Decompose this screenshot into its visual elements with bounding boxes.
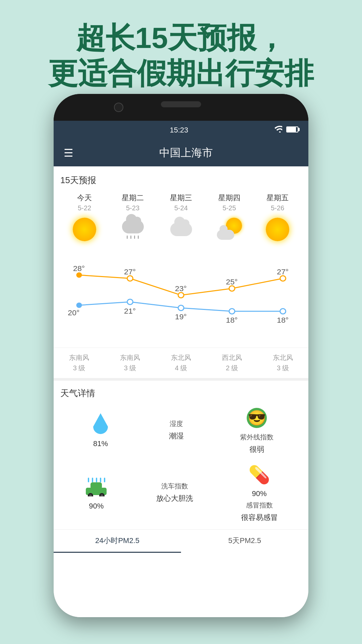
wind-col-2: 东北风 4 级 bbox=[156, 353, 206, 373]
water-drop-svg bbox=[92, 413, 109, 436]
day-date-4: 5-26 bbox=[271, 204, 284, 212]
svg-rect-24 bbox=[100, 478, 101, 482]
wind-col-4: 东北风 3 级 bbox=[257, 353, 308, 373]
details-row-2: 90% 洗车指数 放心大胆洗 💊 90% 感冒指数 很容易感冒 bbox=[60, 463, 302, 523]
svg-text:25°: 25° bbox=[226, 278, 238, 286]
day-name-2: 星期三 bbox=[170, 193, 192, 203]
svg-text:27°: 27° bbox=[277, 268, 289, 276]
sun-icon-4 bbox=[266, 218, 289, 241]
forecast-title: 15天预报 bbox=[60, 174, 302, 186]
bottom-tabs: 24小时PM2.5 5天PM2.5 bbox=[54, 529, 308, 553]
svg-text:19°: 19° bbox=[175, 313, 187, 321]
svg-point-13 bbox=[178, 305, 184, 311]
details-row-1: 81% 湿度 潮湿 紫外线指数 很弱 bbox=[60, 406, 302, 454]
humidity-icon bbox=[88, 413, 113, 437]
detail-humidity-text: 湿度 潮湿 bbox=[169, 419, 184, 441]
detail-uv: 紫外线指数 很弱 bbox=[240, 406, 274, 454]
weather-icon-4 bbox=[264, 216, 291, 243]
wind-dir-0: 东南风 bbox=[69, 353, 89, 362]
wind-dir-1: 东南风 bbox=[120, 353, 140, 362]
day-date-3: 5-25 bbox=[223, 204, 236, 212]
rain-icon-1 bbox=[122, 220, 144, 239]
carwash-svg bbox=[84, 478, 108, 496]
svg-rect-21 bbox=[88, 478, 89, 482]
wind-col-1: 东南风 3 级 bbox=[105, 353, 156, 373]
uv-icon bbox=[245, 406, 269, 430]
wind-level-3: 2 级 bbox=[226, 364, 238, 373]
svg-text:20°: 20° bbox=[68, 309, 79, 317]
wind-col-0: 东南风 3 级 bbox=[54, 353, 105, 373]
weather-icon-2 bbox=[168, 216, 194, 243]
day-date-1: 5-23 bbox=[126, 204, 139, 212]
header-title: 超长15天预报， 更适合假期出行安排 bbox=[13, 20, 349, 91]
svg-point-14 bbox=[229, 309, 235, 314]
humidity-sublabel: 潮湿 bbox=[169, 431, 184, 441]
carwash-sub: 放心大胆洗 bbox=[156, 493, 193, 503]
cold-icon-value: 90% bbox=[252, 489, 267, 498]
svg-rect-25 bbox=[104, 478, 105, 482]
wind-dir-3: 西北风 bbox=[222, 353, 242, 362]
app-bar-title: 中国上海市 bbox=[73, 146, 298, 160]
sun-icon-0 bbox=[73, 218, 96, 241]
day-col-0: 今天 5-22 bbox=[60, 193, 109, 243]
day-name-3: 星期四 bbox=[218, 193, 240, 203]
day-date-0: 5-22 bbox=[78, 204, 91, 212]
tab-24h-pm25[interactable]: 24小时PM2.5 bbox=[54, 530, 181, 553]
weather-section: 15天预报 今天 5-22 星期二 5-23 bbox=[54, 166, 308, 248]
status-time: 15:23 bbox=[84, 126, 274, 135]
carwash-value: 90% bbox=[89, 502, 104, 511]
wind-level-4: 3 级 bbox=[277, 364, 289, 373]
day-col-1: 星期二 5-23 bbox=[109, 193, 157, 243]
svg-point-0 bbox=[279, 131, 281, 133]
svg-point-1 bbox=[76, 272, 82, 278]
detail-cold: 💊 90% 感冒指数 很容易感冒 bbox=[241, 463, 278, 523]
humidity-label: 湿度 bbox=[170, 419, 183, 428]
phone-speaker bbox=[161, 101, 201, 107]
carwash-label: 洗车指数 bbox=[161, 482, 188, 491]
day-col-2: 星期三 5-24 bbox=[157, 193, 205, 243]
page-header: 超长15天预报， 更适合假期出行安排 bbox=[0, 0, 362, 104]
svg-point-4 bbox=[229, 286, 235, 291]
phone-camera bbox=[114, 103, 123, 112]
detail-carwash-text: 洗车指数 放心大胆洗 bbox=[156, 482, 193, 503]
day-col-4: 星期五 5-26 bbox=[253, 193, 302, 243]
temp-svg: 28° 27° 23° 25° 27° 20° 21° bbox=[54, 248, 308, 342]
cold-value: 很容易感冒 bbox=[241, 513, 278, 523]
wind-level-2: 4 级 bbox=[175, 364, 187, 373]
battery-icon bbox=[286, 126, 298, 135]
svg-text:27°: 27° bbox=[124, 268, 136, 276]
day-name-4: 星期五 bbox=[266, 193, 289, 203]
weather-icon-0 bbox=[71, 216, 98, 243]
wind-col-3: 西北风 2 级 bbox=[206, 353, 257, 373]
day-col-3: 星期四 5-25 bbox=[205, 193, 253, 243]
day-name-1: 星期二 bbox=[122, 193, 144, 203]
wind-level-0: 3 级 bbox=[73, 364, 85, 373]
svg-text:23°: 23° bbox=[175, 285, 187, 293]
status-bar: 15:23 bbox=[54, 121, 308, 140]
cloud-icon-2 bbox=[170, 223, 192, 236]
tab-5d-pm25[interactable]: 5天PM2.5 bbox=[181, 530, 308, 553]
wind-dir-2: 东北风 bbox=[171, 353, 191, 362]
menu-icon[interactable]: ☰ bbox=[64, 148, 73, 158]
uv-value: 很弱 bbox=[249, 444, 264, 454]
weather-icon-3 bbox=[216, 216, 243, 243]
cold-icon-wrap: 💊 bbox=[247, 463, 272, 487]
svg-point-5 bbox=[280, 276, 286, 281]
svg-text:21°: 21° bbox=[124, 307, 136, 315]
main-content: 15天预报 今天 5-22 星期二 5-23 bbox=[54, 166, 308, 617]
wind-dir-4: 东北风 bbox=[273, 353, 293, 362]
temp-chart: 28° 27° 23° 25° 27° 20° 21° bbox=[54, 248, 308, 342]
svg-point-2 bbox=[127, 276, 133, 281]
wind-level-1: 3 级 bbox=[124, 364, 136, 373]
weather-icon-1 bbox=[119, 216, 146, 243]
days-container: 今天 5-22 星期二 5-23 bbox=[60, 193, 302, 243]
svg-point-15 bbox=[280, 309, 286, 314]
pill-icon: 💊 bbox=[248, 465, 270, 485]
svg-text:18°: 18° bbox=[277, 316, 289, 324]
phone-top-bar bbox=[54, 94, 308, 121]
detail-carwash: 90% bbox=[84, 475, 108, 511]
wifi-icon bbox=[274, 126, 282, 135]
details-title: 天气详情 bbox=[60, 387, 302, 399]
phone-frame: 15:23 ☰ 中国上海市 bbox=[54, 94, 308, 617]
svg-point-11 bbox=[76, 303, 82, 308]
